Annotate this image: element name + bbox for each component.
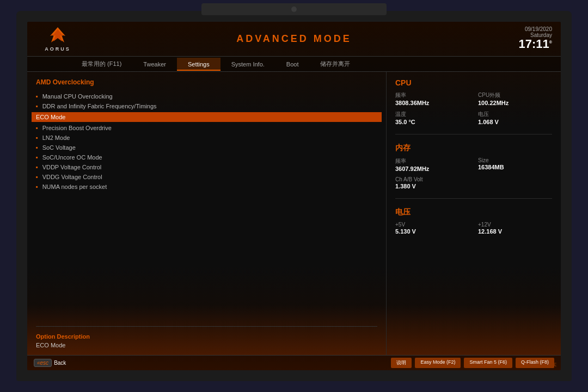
voltage-section-title: 电压 (395, 207, 552, 217)
menu-item-soc-uncore[interactable]: SoC/Uncore OC Mode (36, 152, 377, 162)
voltage-section: 电压 +5V 5.130 V +12V 12.168 V (395, 207, 552, 243)
mem-freq-label: 频率 (395, 157, 469, 165)
menu-item-vddg[interactable]: VDDG Voltage Control (36, 172, 377, 182)
smart-fan-button[interactable]: Smart Fan 5 (F6) (464, 358, 512, 368)
monitor: AORUS ADVANCED MODE 09/19/2020 Saturday … (16, 11, 572, 381)
toolbar-right: 说明 Easy Mode (F2) Smart Fan 5 (F6) Q-Fla… (391, 358, 554, 368)
volt-5v-label: +5V (395, 222, 469, 228)
cpu-volt-value: 1.068 V (478, 119, 552, 125)
cpu-section: CPU 频率 3808.36MHz CPU外频 100.22MHz (395, 78, 552, 134)
main-content: AMD Overclocking Manual CPU Overclocking… (27, 72, 561, 355)
cpu-ext-freq-label: CPU外频 (478, 91, 552, 99)
cpu-temp-item: 温度 35.0 °C (395, 111, 469, 125)
section-title: AMD Overclocking (36, 78, 377, 86)
title-center: ADVANCED MODE (236, 33, 352, 45)
mem-freq-value: 3607.92MHz (395, 166, 469, 172)
volt-5v-value: 5.130 V (395, 228, 469, 235)
menu-item-soc-voltage[interactable]: SoC Voltage (36, 143, 377, 152)
tab-tweaker[interactable]: Tweaker (132, 58, 177, 71)
cpu-freq-value: 3808.36MHz (395, 100, 469, 106)
volt-12v-value: 12.168 V (478, 228, 552, 235)
menu-item-ddr-fabric[interactable]: DDR and Infinity Fabric Frequency/Timing… (36, 101, 377, 111)
tab-favorites[interactable]: 最常用的 (F11) (71, 57, 132, 71)
menu-item-eco-mode[interactable]: ECO Mode (32, 112, 382, 122)
option-desc-text: ECO Mode (36, 342, 377, 348)
mem-size-label: Size (478, 157, 552, 163)
menu-item-vddp[interactable]: VDDP Voltage Control (36, 162, 377, 172)
cpu-ext-freq-item: CPU外频 100.22MHz (478, 91, 552, 106)
header: AORUS ADVANCED MODE 09/19/2020 Saturday … (27, 22, 561, 57)
menu-item-ln2[interactable]: LN2 Mode (36, 133, 377, 143)
nav-tabs: 最常用的 (F11) Tweaker Settings System Info.… (27, 57, 561, 72)
cpu-volt-item: 电压 1.068 V (478, 111, 552, 125)
cpu-info-grid: 频率 3808.36MHz CPU外频 100.22MHz 温度 35.0 °C (395, 91, 552, 127)
memory-section: 内存 频率 3607.92MHz Size 16384MB (395, 143, 552, 199)
mem-size-value: 16384MB (478, 164, 552, 170)
easy-mode-button[interactable]: Easy Mode (F2) (415, 358, 461, 368)
bottom-toolbar: «esc Back 说明 Easy Mode (F2) Smart Fan 5 … (27, 355, 561, 370)
volt-12v-item: +12V 12.168 V (478, 222, 552, 235)
cpu-volt-label: 电压 (478, 111, 552, 118)
tab-boot[interactable]: Boot (275, 58, 310, 71)
logo-area: AORUS (36, 26, 79, 52)
page-title: ADVANCED MODE (236, 33, 352, 45)
cpu-freq-label: 频率 (395, 91, 469, 99)
memory-section-title: 内存 (395, 143, 552, 153)
cpu-freq-item: 频率 3808.36MHz (395, 91, 469, 106)
volt-5v-item: +5V 5.130 V (395, 222, 469, 235)
aorus-text: AORUS (45, 46, 71, 52)
shuo-ming-button[interactable]: 说明 (391, 358, 412, 368)
mem-volt-value: 1.380 V (395, 183, 469, 189)
esc-back-button[interactable]: «esc Back (34, 359, 66, 367)
tab-sysinfo[interactable]: System Info. (220, 58, 275, 71)
datetime: 09/19/2020 Saturday 17:11® (519, 26, 552, 50)
cpu-temp-label: 温度 (395, 111, 469, 118)
menu-item-numa[interactable]: NUMA nodes per socket (36, 182, 377, 192)
mem-volt-item: Ch A/B Volt 1.380 V (395, 176, 469, 189)
aorus-eagle-icon (46, 26, 70, 45)
esc-key-icon: «esc (34, 359, 52, 367)
back-label: Back (54, 360, 66, 366)
monitor-top-bar (201, 3, 387, 15)
screen-bezel: AORUS ADVANCED MODE 09/19/2020 Saturday … (27, 22, 561, 370)
tab-settings[interactable]: Settings (177, 58, 220, 71)
tab-save[interactable]: 储存并离开 (309, 57, 361, 71)
voltage-info-grid: +5V 5.130 V +12V 12.168 V (395, 222, 552, 237)
q-flash-button[interactable]: Q-Flash (F8) (516, 358, 554, 368)
bios-screen: AORUS ADVANCED MODE 09/19/2020 Saturday … (27, 22, 561, 370)
right-panel: CPU 频率 3808.36MHz CPU外频 100.22MHz (387, 72, 561, 355)
mem-freq-item: 频率 3607.92MHz (395, 157, 469, 172)
cpu-temp-value: 35.0 °C (395, 119, 469, 125)
option-desc-title: Option Description (36, 333, 377, 340)
memory-info-grid: 频率 3607.92MHz Size 16384MB Ch A/B Volt 1… (395, 157, 552, 192)
date-display: 09/19/2020 (519, 26, 552, 32)
camera-dot (291, 7, 297, 12)
cpu-ext-freq-value: 100.22MHz (478, 100, 552, 106)
mem-size-item: Size 16384MB (478, 157, 552, 172)
left-panel: AMD Overclocking Manual CPU Overclocking… (27, 72, 387, 355)
option-description-area: Option Description ECO Mode (36, 326, 377, 348)
cpu-section-title: CPU (395, 78, 552, 87)
menu-item-manual-cpu[interactable]: Manual CPU Overclocking (36, 91, 377, 101)
volt-12v-label: +12V (478, 222, 552, 228)
menu-item-pbo[interactable]: Precision Boost Overdrive (36, 123, 377, 133)
time-display: 17:11® (519, 38, 552, 50)
mem-volt-label: Ch A/B Volt (395, 176, 469, 182)
bios-content: AORUS ADVANCED MODE 09/19/2020 Saturday … (27, 22, 561, 370)
